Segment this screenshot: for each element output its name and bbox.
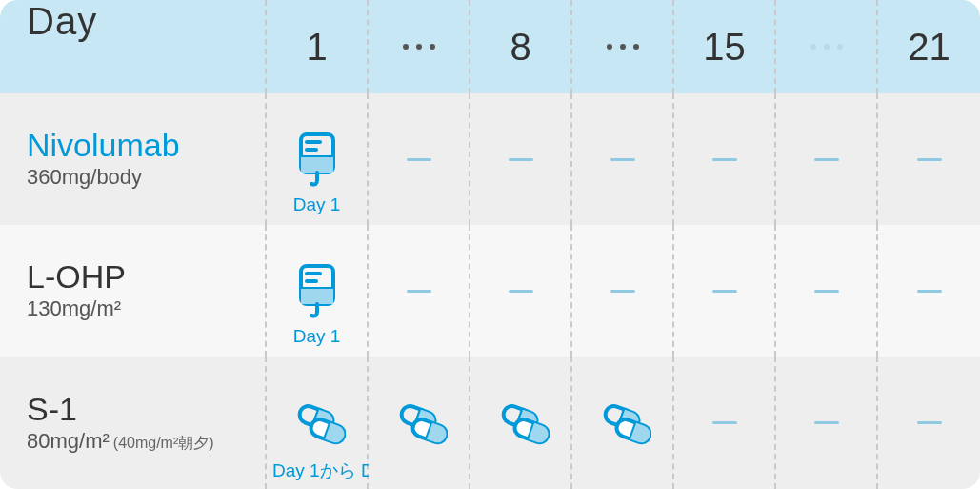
drug-dose: 80mg/m² — [27, 429, 110, 453]
ellipsis-icon — [403, 44, 435, 50]
no-dose-dash — [917, 158, 942, 161]
no-dose-dash — [712, 158, 737, 161]
ellipsis-icon — [810, 44, 843, 50]
drug-dose-wrap: 130mg/m² — [27, 296, 121, 321]
no-dose-dash — [814, 421, 839, 424]
oral-pill-icon — [390, 399, 448, 447]
dose-cell — [674, 225, 776, 357]
dose-cell: Day 1 — [267, 93, 369, 225]
drug-label-s-1: S-180mg/m²(40mg/m²朝夕) — [0, 357, 267, 489]
regimen-schedule-table: Day181521Nivolumab360mg/bodyDay 1L-OHP13… — [0, 0, 980, 489]
dose-cell — [776, 357, 878, 489]
dose-cell — [572, 357, 674, 489]
header-day-label-cell: Day — [0, 0, 267, 93]
drug-dose-wrap: 360mg/body — [27, 165, 142, 190]
dose-cell — [674, 357, 776, 489]
drug-dose: 130mg/m² — [27, 296, 121, 320]
no-dose-dash — [610, 290, 635, 293]
dose-cell — [878, 225, 980, 357]
day-number: 15 — [703, 26, 746, 69]
oral-pill-icon — [492, 399, 550, 447]
drug-dose-note: (40mg/m²朝夕) — [113, 435, 214, 451]
dose-cell — [369, 93, 470, 225]
iv-day-label: Day 1 — [293, 326, 341, 347]
header-day-5: 15 — [674, 0, 776, 93]
dose-cell — [878, 93, 980, 225]
dose-cell — [776, 93, 878, 225]
header-day-4 — [572, 0, 674, 93]
no-dose-dash — [917, 290, 942, 293]
no-dose-dash — [917, 421, 942, 424]
day-number: 1 — [306, 26, 327, 69]
oral-pill-icon — [594, 399, 651, 447]
iv-infusion-icon: Day 1 — [295, 131, 339, 188]
drug-name: Nivolumab — [27, 129, 180, 161]
dose-cell — [776, 225, 878, 357]
no-dose-dash — [407, 158, 431, 161]
dose-cell — [369, 357, 470, 489]
drug-name: S-1 — [27, 393, 77, 425]
iv-day-label: Day 1 — [293, 194, 341, 215]
no-dose-dash — [610, 158, 635, 161]
drug-name: L-OHP — [27, 260, 126, 293]
dose-cell — [674, 93, 776, 225]
no-dose-dash — [814, 290, 839, 293]
header-day-6 — [776, 0, 878, 93]
no-dose-dash — [814, 158, 839, 161]
drug-dose-wrap: 80mg/m²(40mg/m²朝夕) — [27, 429, 214, 454]
dose-cell — [878, 357, 980, 489]
no-dose-dash — [509, 290, 533, 293]
no-dose-dash — [712, 290, 737, 293]
day-number: 21 — [908, 26, 950, 69]
dose-cell — [470, 93, 572, 225]
dose-cell — [369, 225, 470, 357]
dose-cell — [470, 225, 572, 357]
header-day-label: Day — [27, 0, 97, 43]
no-dose-dash — [712, 421, 737, 424]
dose-cell — [572, 93, 674, 225]
iv-infusion-icon: Day 1 — [295, 262, 339, 319]
drug-dose: 360mg/body — [27, 165, 142, 189]
ellipsis-icon — [607, 44, 639, 50]
header-day-7: 21 — [878, 0, 980, 93]
no-dose-dash — [509, 158, 533, 161]
header-day-2 — [369, 0, 470, 93]
drug-label-l-ohp: L-OHP130mg/m² — [0, 225, 267, 357]
day-number: 8 — [510, 26, 530, 69]
header-day-1: 1 — [267, 0, 369, 93]
drug-label-nivolumab: Nivolumab360mg/body — [0, 93, 267, 225]
dose-cell: Day 1から Day 14まで連日継続内服 — [267, 357, 369, 489]
dose-cell — [470, 357, 572, 489]
header-day-3: 8 — [470, 0, 572, 93]
no-dose-dash — [407, 290, 431, 293]
dose-cell — [572, 225, 674, 357]
oral-pill-icon — [289, 399, 346, 447]
dose-cell: Day 1 — [267, 225, 369, 357]
